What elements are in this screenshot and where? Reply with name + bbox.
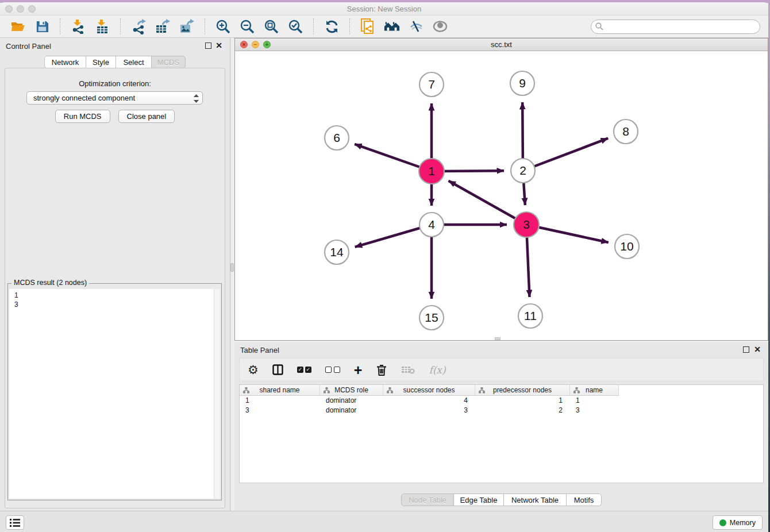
hide-details-icon[interactable] — [407, 18, 425, 35]
splitter-grip-vertical[interactable] — [230, 263, 234, 272]
network-window-title: scc.txt — [235, 40, 768, 49]
table-row[interactable]: 1dominator411 — [240, 396, 763, 406]
graph-node-10[interactable]: 10 — [615, 234, 639, 259]
table-tabs: Node Table Edge Table Network Table Moti… — [234, 494, 768, 506]
graph-node-3[interactable]: 3 — [514, 212, 539, 237]
function-builder-icon[interactable]: f(x) — [429, 363, 445, 377]
graph-node-15[interactable]: 15 — [419, 306, 444, 330]
search-field[interactable] — [591, 20, 760, 34]
graph-node-2[interactable]: 2 — [511, 159, 535, 183]
import-table-icon[interactable] — [94, 18, 111, 35]
mcds-result-title: MCDS result (2 nodes) — [11, 279, 89, 287]
close-table-panel-icon[interactable]: ✕ — [754, 345, 761, 354]
table-header-row: shared nameMCDS rolesuccessor nodesprede… — [240, 385, 763, 396]
tab-style[interactable]: Style — [86, 56, 116, 68]
run-mcds-button[interactable]: Run MCDS — [55, 110, 110, 123]
graph-node-14[interactable]: 14 — [325, 240, 349, 264]
graph-edge-3-1[interactable] — [449, 181, 526, 225]
graph-node-6[interactable]: 6 — [325, 126, 349, 150]
zoom-out-icon[interactable] — [238, 18, 256, 35]
birdseye-navigator-icon[interactable] — [432, 18, 449, 35]
criterion-label: Optimization criterion: — [5, 79, 225, 88]
svg-text:3: 3 — [523, 218, 530, 231]
graph-node-1[interactable]: 1 — [419, 159, 444, 184]
save-session-icon[interactable] — [33, 18, 51, 35]
network-from-file-icon[interactable] — [359, 18, 376, 35]
criterion-dropdown[interactable]: strongly connected component — [26, 91, 203, 105]
criterion-value: strongly connected component — [33, 94, 135, 102]
network-window-titlebar[interactable]: × − + scc.txt — [235, 38, 768, 51]
float-table-panel-icon[interactable] — [743, 346, 749, 353]
mcds-panel: Optimization criterion: strongly connect… — [5, 68, 225, 508]
tab-edge-table[interactable]: Edge Table — [453, 494, 504, 506]
tab-node-table[interactable]: Node Table — [401, 494, 454, 506]
import-network-icon[interactable] — [70, 18, 87, 35]
tab-motifs[interactable]: Motifs — [566, 494, 602, 506]
table-row[interactable]: 3dominator323 — [240, 406, 763, 415]
split-panel-icon[interactable] — [272, 363, 283, 377]
open-session-icon[interactable] — [9, 18, 26, 35]
table-settings-icon[interactable]: ⚙ — [248, 363, 259, 377]
close-panel-button[interactable]: Close panel — [118, 110, 175, 123]
zoom-fit-icon[interactable] — [263, 18, 280, 35]
delete-column-icon[interactable] — [376, 363, 387, 377]
graph-node-9[interactable]: 9 — [510, 71, 534, 95]
svg-text:2: 2 — [519, 164, 526, 177]
svg-text:15: 15 — [425, 311, 438, 324]
select-all-icon[interactable]: ✓✓ — [297, 363, 311, 377]
add-column-icon[interactable]: + — [354, 363, 363, 377]
tab-select[interactable]: Select — [116, 56, 152, 68]
export-network-icon[interactable] — [130, 18, 147, 35]
splitter-grip-horizontal[interactable] — [495, 337, 500, 340]
column-header-mcds-role[interactable]: MCDS role — [320, 385, 383, 396]
column-header-predecessor-nodes[interactable]: predecessor nodes — [475, 385, 570, 396]
zoom-selected-icon[interactable] — [287, 18, 304, 35]
svg-text:4: 4 — [428, 218, 435, 231]
svg-text:6: 6 — [333, 131, 340, 144]
column-header-successor-nodes[interactable]: successor nodes — [383, 385, 475, 396]
network-graph[interactable]: 1234678910111415 — [235, 51, 768, 340]
memory-button[interactable]: Memory — [713, 515, 763, 530]
delete-table-icon[interactable] — [401, 363, 415, 377]
toolbar-separator — [205, 18, 205, 34]
refresh-layout-icon[interactable] — [323, 18, 340, 35]
svg-text:1: 1 — [428, 164, 435, 178]
column-header-shared-name[interactable]: shared name — [240, 385, 320, 396]
tab-network[interactable]: Network — [44, 56, 86, 68]
network-canvas[interactable]: 1234678910111415 — [235, 51, 768, 340]
graph-edge-2-8[interactable] — [523, 138, 608, 171]
hierarchy-icon — [387, 387, 393, 395]
result-scrollbar[interactable] — [214, 289, 220, 499]
hierarchy-icon — [573, 387, 580, 395]
window-title: Session: New Session — [0, 5, 768, 13]
zoom-in-icon[interactable] — [214, 18, 232, 35]
table-cell: 1 — [240, 396, 320, 406]
export-table-icon[interactable] — [154, 18, 171, 35]
graph-node-7[interactable]: 7 — [419, 72, 444, 97]
float-panel-icon[interactable] — [205, 43, 211, 49]
graph-node-11[interactable]: 11 — [518, 304, 542, 328]
export-image-icon[interactable] — [178, 18, 195, 35]
graph-node-4[interactable]: 4 — [419, 213, 444, 237]
task-history-button[interactable] — [6, 515, 24, 530]
search-input[interactable] — [606, 22, 749, 31]
column-header-name[interactable]: name — [570, 385, 619, 396]
tab-network-table[interactable]: Network Table — [503, 494, 567, 506]
mcds-result-area[interactable]: 1 3 — [9, 289, 220, 499]
mcds-result-box: MCDS result (2 nodes) 1 3 — [7, 283, 222, 500]
toolbar-separator — [60, 18, 60, 34]
control-panel-title: Control Panel — [6, 42, 51, 51]
close-panel-icon[interactable]: ✕ — [215, 41, 222, 50]
graph-node-8[interactable]: 8 — [614, 119, 638, 144]
deselect-all-icon[interactable] — [325, 363, 340, 377]
svg-text:14: 14 — [330, 245, 344, 259]
svg-text:11: 11 — [524, 309, 537, 322]
table-cell: 3 — [570, 406, 619, 415]
table-panel-title: Table Panel — [240, 346, 279, 354]
dropdown-stepper-icon — [193, 94, 199, 105]
home-layout-icon[interactable] — [383, 18, 401, 35]
memory-status-icon — [719, 519, 726, 526]
table-cell: dominator — [320, 406, 383, 415]
table-cell: 1 — [570, 396, 619, 406]
tab-mcds[interactable]: MCDS — [151, 56, 186, 68]
